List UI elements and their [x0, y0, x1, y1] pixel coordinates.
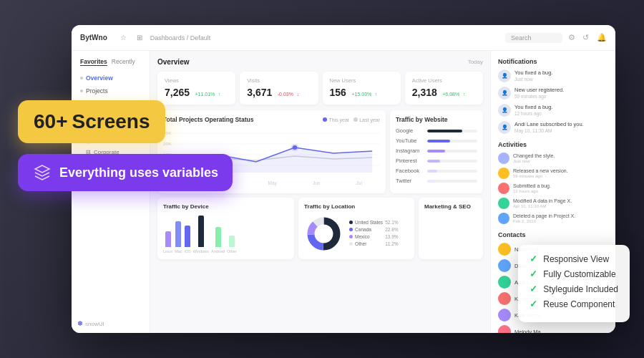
contact-avatar-2	[498, 276, 511, 289]
notif-0: 👤 You fixed a bug. Just now	[498, 69, 608, 82]
legend-ca-pct: 22.8%	[385, 227, 398, 232]
screens-number: 60+	[34, 110, 68, 133]
traffic-name-pinterest: Pinterest	[396, 158, 424, 164]
stat-card-visits: Visits 3,671 -0.03% ↓	[240, 72, 318, 105]
traffic-name-google: Google	[396, 127, 424, 134]
bar-group-ios: iOS	[185, 226, 191, 253]
check-icon-1: ✓	[530, 268, 537, 279]
traffic-item-facebook: Facebook	[396, 168, 477, 174]
dot-icon	[80, 90, 83, 92]
activity-avatar-4	[498, 213, 509, 224]
refresh-icon[interactable]: ↺	[582, 33, 592, 43]
legend-ca-name: Canada	[355, 227, 371, 232]
legend-ca: Canada 22.8%	[349, 227, 398, 232]
activity-avatar-0	[498, 153, 509, 164]
legend-other: Other 11.2%	[349, 241, 398, 246]
sidebar-logo: ❄ snowUI	[77, 320, 104, 327]
stat-change-views: +11.01%	[195, 92, 215, 97]
bar-label-android: Android	[211, 249, 225, 253]
notif-avatar-1: 👤	[498, 87, 511, 100]
location-title: Traffic by Location	[304, 203, 409, 210]
activity-text-1: Released a new version.	[513, 168, 568, 174]
notif-text-1: New user registered.	[514, 87, 564, 94]
settings-icon[interactable]: ⚙	[568, 33, 578, 43]
notif-2: 👤 You fixed a bug. 12 hours ago	[498, 104, 608, 117]
activity-time-4: Feb 2, 2016	[513, 219, 575, 223]
check-icon-0: ✓	[530, 253, 537, 264]
activity-0: Changed the style. Just now	[498, 153, 608, 164]
tab-recently[interactable]: Recently	[112, 58, 135, 66]
seo-section: Marketing & SEO	[419, 198, 483, 259]
legend-mx-pct: 13.9%	[385, 234, 398, 239]
legend-us-pct: 52.1%	[385, 220, 398, 225]
notif-time-3: May 10, 11:30 AM	[514, 128, 584, 133]
tab-favorites[interactable]: Favorites	[80, 58, 107, 66]
notif-avatar-0: 👤	[498, 69, 511, 82]
bar-linux	[165, 231, 171, 247]
search-bar[interactable]: Search	[505, 33, 562, 43]
device-chart-section: Traffic by Device Linux Mac iOS	[157, 198, 294, 259]
activity-text-4: Deleted a page in Project X.	[513, 213, 575, 219]
notif-text-2: You fixed a bug.	[514, 104, 553, 111]
dot-icon	[80, 77, 83, 79]
notif-1: 👤 New user registered. 59 minutes ago	[498, 87, 608, 100]
activity-time-0: Just now	[513, 159, 555, 163]
app-name: BytWno	[80, 34, 107, 42]
overview-title: Overview	[157, 58, 189, 66]
sidebar-item-overview[interactable]: Overview	[72, 72, 150, 84]
donut-container: United States 52.1% Canada 22.8% Mexico	[304, 214, 409, 253]
sidebar-label-overview: Overview	[86, 74, 113, 82]
chart-legend: This year Last year	[323, 117, 380, 122]
notif-text-0: You fixed a bug.	[514, 69, 553, 77]
donut-chart	[304, 214, 343, 253]
legend-us: United States 52.1%	[349, 220, 398, 225]
checklist-item-0: ✓ Responsive View	[530, 253, 618, 264]
stat-change-active-users: +6.08%	[442, 92, 459, 97]
variables-icon	[32, 163, 52, 183]
grid-icon[interactable]: ⊞	[135, 33, 145, 43]
stat-label-visits: Visits	[247, 77, 311, 84]
checklist-item-1: ✓ Fully Customizable	[530, 268, 618, 279]
logo-text: snowUI	[85, 321, 104, 327]
x-label-jul: Jul	[356, 180, 362, 185]
sidebar: Favorites Recently Overview Projects Das…	[72, 51, 150, 333]
bar-group-mac: Mac	[175, 221, 182, 253]
variables-badge: Everything uses variables	[18, 154, 233, 191]
stat-value-visits: 3,671	[247, 87, 272, 98]
search-placeholder: Search	[511, 34, 532, 42]
contact-5: Melody Ma...	[498, 325, 608, 333]
bell-icon[interactable]: 🔔	[597, 33, 607, 43]
notif-time-0: Just now	[514, 77, 553, 82]
legend-mx: Mexico 13.9%	[349, 234, 398, 239]
stats-cards: Views 7,265 +11.01% ↑ Visits 3,671 -0.03…	[157, 72, 483, 105]
bar-group-linux: Linux	[163, 231, 172, 253]
screens-badge: 60+ Screens	[18, 100, 165, 143]
bottom-row: Traffic by Device Linux Mac iOS	[157, 198, 483, 259]
contacts-title: Contacts	[498, 231, 608, 238]
x-label-jun: Jun	[313, 180, 320, 185]
sidebar-item-projects[interactable]: Projects	[72, 84, 150, 97]
breadcrumb: Dashboards / Default	[150, 34, 211, 42]
notif-avatar-2: 👤	[498, 104, 511, 117]
activities-section: Activities Changed the style. Just now R…	[498, 141, 608, 224]
bar-label-ios: iOS	[185, 249, 191, 253]
traffic-item-pinterest: Pinterest	[396, 158, 477, 164]
activity-avatar-3	[498, 198, 509, 209]
activity-time-2: 12 hours ago	[513, 189, 551, 193]
notifications-section: Notifications 👤 You fixed a bug. Just no…	[498, 58, 608, 134]
svg-point-8	[291, 144, 299, 151]
stat-label-new-users: New Users	[330, 77, 394, 84]
location-section: Traffic by Location United	[298, 198, 414, 259]
check-icon-3: ✓	[530, 299, 537, 309]
star-icon[interactable]: ☆	[119, 33, 129, 43]
top-bar: BytWno ☆ ⊞ Dashboards / Default Search ⚙…	[72, 25, 615, 51]
stats-date: Today	[468, 59, 483, 65]
activity-text-2: Submitted a bug.	[513, 183, 551, 189]
seo-title: Marketing & SEO	[424, 203, 477, 210]
bar-chart: Linux Mac iOS Windows	[163, 214, 288, 253]
x-label-may: May	[268, 180, 277, 185]
bar-group-windows: Windows	[193, 216, 209, 253]
sidebar-tabs: Favorites Recently	[72, 58, 150, 66]
variables-text: Everything uses variables	[59, 165, 218, 180]
activity-text-3: Modified A data in Page X.	[513, 198, 572, 204]
